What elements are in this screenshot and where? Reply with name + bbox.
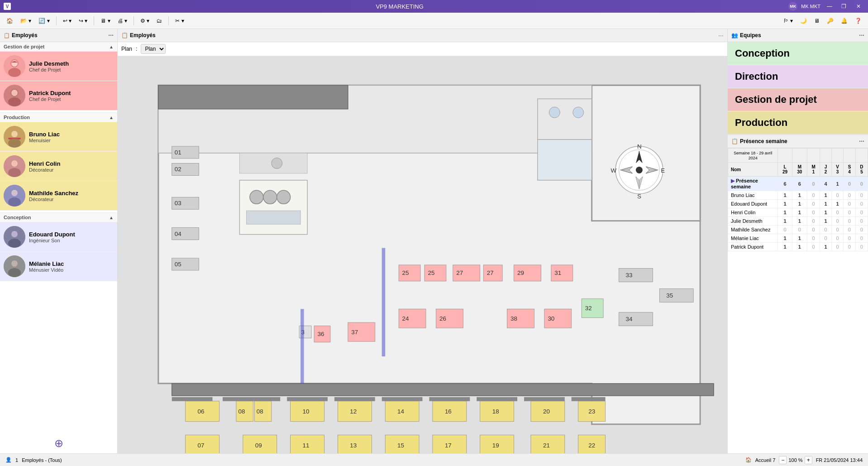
archive-button[interactable]: 🗂 <box>154 16 165 25</box>
employee-card-melanie[interactable]: Mélanie Liac Ménusier Vidéo <box>0 252 117 281</box>
moon-button[interactable]: 🌙 <box>797 16 810 25</box>
flag-button[interactable]: 🏳 ▾ <box>781 16 796 25</box>
presence-total-row: ▶ Présence semaine 6 6 0 4 1 0 0 <box>728 177 868 191</box>
employee-role-edouard: Ingénieur Son <box>29 238 75 243</box>
svg-text:08: 08 <box>257 408 263 415</box>
home-button[interactable]: 🏠 <box>4 16 16 25</box>
print-button[interactable]: 🖨 ▾ <box>115 16 130 25</box>
svg-rect-96 <box>619 312 653 326</box>
conception-collapse-arrow: ▲ <box>109 215 114 220</box>
svg-text:25: 25 <box>428 269 434 276</box>
th-v3: V 3 <box>831 163 844 177</box>
total-l29: 6 <box>778 177 792 191</box>
employee-role-julie: Chef de Projet <box>29 67 69 72</box>
svg-point-9 <box>11 131 18 137</box>
monitor-button[interactable]: 🖥 <box>811 16 822 25</box>
equipes-menu[interactable]: ··· <box>859 32 864 39</box>
equipe-conception-label: Conception <box>735 48 790 59</box>
sep2 <box>94 16 94 25</box>
left-panel: 📋 Employés ··· Gestion de projet ▲ <box>0 29 118 453</box>
left-panel-menu[interactable]: ··· <box>108 32 114 39</box>
right-panel: 👥 Equipes ··· Conception Direction Gesti… <box>728 29 868 453</box>
bell-button[interactable]: 🔔 <box>838 16 850 25</box>
employee-info-julie: Julie Desmeth Chef de Projet <box>29 60 69 72</box>
titlebar-title: VP9 MARKETING <box>11 3 788 10</box>
pname-melanie: Mélanie Liac <box>728 234 778 243</box>
refresh-button[interactable]: 🔄 ▾ <box>36 16 52 25</box>
zoom-in-button[interactable]: + <box>805 456 812 464</box>
zoom-out-button[interactable]: − <box>779 456 787 464</box>
svg-text:19: 19 <box>492 442 499 449</box>
employee-card-mathilde[interactable]: Mathilde Sanchez Décorateur <box>0 181 117 211</box>
svg-text:E: E <box>661 167 665 174</box>
equipes-table-icon: 👥 <box>731 32 738 38</box>
equipe-conception[interactable]: Conception <box>728 42 868 65</box>
open-button[interactable]: 📂 ▾ <box>18 16 34 25</box>
pname-mathilde: Mathilde Sanchez <box>728 226 778 234</box>
svg-text:30: 30 <box>548 315 554 322</box>
th-m1: M 1 <box>807 163 820 177</box>
svg-rect-144 <box>334 397 375 401</box>
svg-rect-27 <box>158 85 348 109</box>
svg-text:08: 08 <box>238 408 245 415</box>
presence-menu[interactable]: ··· <box>859 138 864 145</box>
restore-button[interactable]: ❐ <box>839 2 849 10</box>
equipe-gestion[interactable]: Gestion de projet <box>728 88 868 111</box>
zoom-controls: − 100 % + <box>779 456 812 464</box>
close-button[interactable]: ✕ <box>853 2 864 10</box>
sep1 <box>56 16 57 25</box>
redo-button[interactable]: ↪ ▾ <box>76 16 90 25</box>
minimize-button[interactable]: — <box>824 2 835 10</box>
presence-table: Semaine 18 - 29 avril 2024 Nom <box>728 148 868 251</box>
add-employee-button[interactable]: ⊕ <box>0 433 117 453</box>
key-button[interactable]: 🔑 <box>824 16 836 25</box>
presence-row-julie: Julie Desmeth 1 1 0 1 0 0 0 <box>728 217 868 226</box>
pname-julie: Julie Desmeth <box>728 217 778 226</box>
svg-text:16: 16 <box>445 408 452 415</box>
help-button[interactable]: ❓ <box>852 16 864 25</box>
employee-card-henri[interactable]: Henri Colin Décorateur <box>0 152 117 181</box>
avatar-edouard <box>4 226 25 248</box>
settings-button[interactable]: ⚙ ▾ <box>138 16 152 25</box>
presence-scroll: Semaine 18 - 29 avril 2024 Nom <box>728 148 868 453</box>
avatar-bruno <box>4 126 25 148</box>
employee-card-bruno[interactable]: Bruno Liac Menuisier <box>0 122 117 152</box>
filter-label: Employés - (Tous) <box>22 457 62 463</box>
view-button[interactable]: 🖥 ▾ <box>98 16 113 25</box>
employee-role-bruno: Menuisier <box>29 138 60 143</box>
employee-info-patrick: Patrick Dupont Chef de Projet <box>29 90 71 102</box>
col-nom: Semaine 18 - 29 avril 2024 <box>728 149 778 163</box>
employee-card-edouard[interactable]: Edouard Dupont Ingénieur Son <box>0 222 117 252</box>
employee-info-henri: Henri Colin Décorateur <box>29 160 60 173</box>
employee-name-edouard: Edouard Dupont <box>29 231 75 238</box>
col-nom-header <box>778 149 792 163</box>
section-conception[interactable]: Conception ▲ <box>0 212 117 222</box>
center-panel-menu[interactable]: ··· <box>718 32 724 39</box>
center-table-icon: 📋 <box>121 32 128 38</box>
presence-title: Présence semaine <box>740 138 787 144</box>
employee-card-patrick[interactable]: Patrick Dupont Chef de Projet <box>0 81 117 110</box>
svg-text:22: 22 <box>588 442 595 449</box>
tools-button[interactable]: ✂ ▾ <box>172 16 186 25</box>
equipe-direction[interactable]: Direction <box>728 65 868 88</box>
equipe-production[interactable]: Production <box>728 111 868 135</box>
presence-icon: 📋 <box>731 138 738 144</box>
svg-rect-143 <box>287 397 328 401</box>
svg-text:33: 33 <box>626 272 633 279</box>
svg-point-13 <box>11 160 18 167</box>
svg-text:W: W <box>611 167 617 174</box>
avatar-henri <box>4 155 25 177</box>
section-gestion[interactable]: Gestion de projet ▲ <box>0 42 117 52</box>
svg-rect-39 <box>239 180 307 235</box>
employee-name-henri: Henri Colin <box>29 160 60 167</box>
svg-rect-147 <box>477 397 517 401</box>
plan-select[interactable]: Plan <box>141 44 166 54</box>
employee-role-melanie: Ménusier Vidéo <box>29 267 64 273</box>
user-badge: MK <box>788 2 797 11</box>
undo-button[interactable]: ↩ ▾ <box>60 16 74 25</box>
user-label: MK MKT <box>801 4 820 9</box>
section-production[interactable]: Production ▲ <box>0 112 117 122</box>
svg-text:02: 02 <box>175 166 181 173</box>
equipes-header: 👥 Equipes ··· <box>728 29 868 42</box>
employee-card-julie[interactable]: Julie Desmeth Chef de Projet <box>0 52 117 81</box>
